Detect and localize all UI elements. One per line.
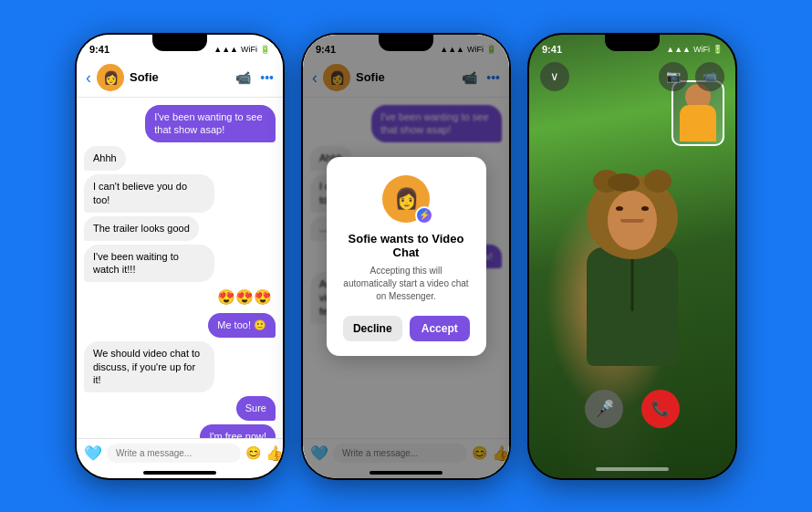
modal-avatar-wrap: 👩 ⚡ xyxy=(382,175,430,223)
decline-button[interactable]: Decline xyxy=(343,316,403,341)
thumb-icon-1[interactable]: 👍 xyxy=(265,444,283,462)
mute-button[interactable]: 🎤 xyxy=(585,390,623,428)
bubble-free-now-1: I'm free now! xyxy=(200,424,276,437)
time-3: 9:41 xyxy=(542,44,562,55)
modal-description: Accepting this will automatically start … xyxy=(343,265,470,303)
bubble-received: The trailer looks good xyxy=(84,216,199,241)
phone-2: 9:41 ▲▲▲ WiFi 🔋 ‹ 👩 Sofie 📹 ••• I've bee… xyxy=(301,33,511,480)
emoji-icon-1[interactable]: 😊 xyxy=(245,445,261,460)
hangup-button[interactable]: 📞 xyxy=(641,390,680,428)
home-indicator-1 xyxy=(143,471,216,475)
more-icon-1[interactable]: ••• xyxy=(260,70,274,85)
accept-button[interactable]: Accept xyxy=(410,316,470,341)
home-indicator-3 xyxy=(596,467,669,471)
video-controls: 🎤 📞 xyxy=(529,390,735,428)
pip-person-body xyxy=(680,105,716,141)
bubble-received: We should video chat to discuss, if you'… xyxy=(84,341,214,393)
chat-header-1: ‹ 👩 Sofie 📹 ••• xyxy=(77,60,283,98)
bubble-sent: Me too! 🙂 xyxy=(208,313,276,338)
msg-row: I've been waiting to watch it!!! xyxy=(84,245,276,283)
bubble-received: I can't believe you do too! xyxy=(84,174,214,213)
msg-row: The trailer looks good xyxy=(84,216,276,241)
bubble-received: Ahhh xyxy=(84,146,126,171)
modal-overlay: 👩 ⚡ Sofie wants to Video Chat Accepting … xyxy=(303,35,509,478)
msg-row: I can't believe you do too! xyxy=(84,174,276,213)
messenger-badge: ⚡ xyxy=(415,206,433,225)
msg-row: We should video chat to discuss, if you'… xyxy=(84,341,276,393)
msg-row: 😍😍😍 xyxy=(84,286,276,309)
bubble-sent: Sure xyxy=(236,396,276,421)
heart-icon-1[interactable]: 🩵 xyxy=(84,444,102,462)
message-input-1[interactable] xyxy=(107,444,241,463)
chat-area-1: I've been wanting to see that show asap!… xyxy=(77,98,283,438)
status-icons-3: ▲▲▲ WiFi 🔋 xyxy=(666,45,723,54)
modal-title: Sofie wants to Video Chat xyxy=(343,232,470,259)
msg-row: Ahhh xyxy=(84,146,276,171)
msg-row: I'm free now! xyxy=(84,424,276,437)
toggle-video-button[interactable]: 📹 xyxy=(695,62,724,91)
msg-row: Sure xyxy=(84,396,276,421)
avatar-1: 👩 xyxy=(97,64,124,91)
video-person-main xyxy=(529,186,735,387)
flip-camera-button[interactable]: 📷 xyxy=(659,62,688,91)
status-icons-1: ▲▲▲ WiFi 🔋 xyxy=(213,45,270,54)
bubble-emoji: 😍😍😍 xyxy=(213,286,276,309)
time-1: 9:41 xyxy=(89,44,109,55)
bubble-received: I've been waiting to watch it!!! xyxy=(84,245,214,283)
header-actions-1: 📹 ••• xyxy=(235,70,274,85)
video-call-icon-1[interactable]: 📹 xyxy=(235,70,251,85)
phone-3: 9:41 ▲▲▲ WiFi 🔋 ∨ 📷 📹 xyxy=(527,33,737,480)
bubble-sent: I've been wanting to see that show asap! xyxy=(145,105,276,143)
msg-row: I've been wanting to see that show asap! xyxy=(84,105,276,143)
modal-buttons: Decline Accept xyxy=(343,316,470,341)
msg-row: Me too! 🙂 xyxy=(84,313,276,338)
minimize-button[interactable]: ∨ xyxy=(540,62,569,91)
phone-1: 9:41 ▲▲▲ WiFi 🔋 ‹ 👩 Sofie 📹 ••• I've bee… xyxy=(75,33,285,480)
status-bar-1: 9:41 ▲▲▲ WiFi 🔋 xyxy=(77,35,283,60)
video-top-bar: ∨ 📷 📹 xyxy=(529,62,735,91)
video-chat-modal: 👩 ⚡ Sofie wants to Video Chat Accepting … xyxy=(327,157,486,356)
input-bar-1: 🩵 😊 👍 xyxy=(77,438,283,467)
contact-name-1: Sofie xyxy=(130,70,235,84)
back-button-1[interactable]: ‹ xyxy=(86,69,91,86)
